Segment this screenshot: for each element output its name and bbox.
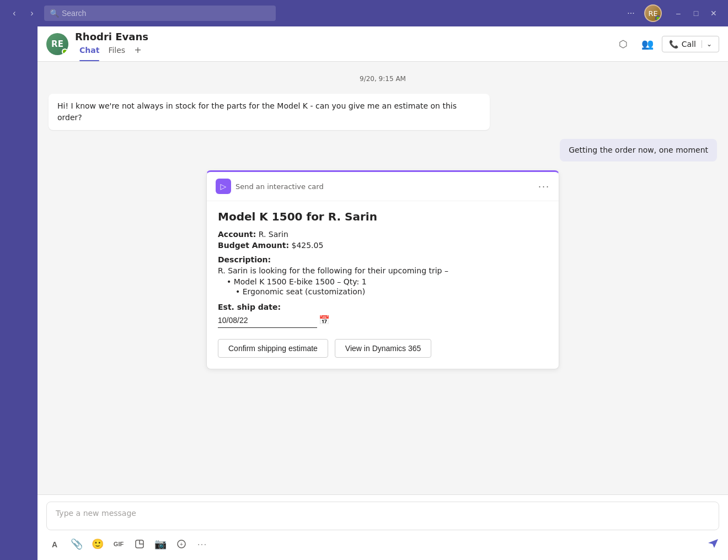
chat-tabs: Chat Files +: [75, 44, 613, 57]
message-sent-wrapper: Getting the order now, one moment: [49, 139, 717, 161]
message-timestamp: 9/20, 9:15 AM: [49, 75, 717, 83]
svg-text:A: A: [52, 540, 57, 549]
format-text-button[interactable]: A: [46, 535, 65, 553]
message-input-box[interactable]: Type a new message: [46, 502, 719, 530]
window-controls: – □ ✕: [671, 6, 721, 21]
screen-share-button[interactable]: ⬡: [613, 34, 633, 54]
chat-header: RE Rhodri Evans Chat Files + ⬡ 👥 📞 Call …: [38, 26, 728, 62]
add-people-button[interactable]: 👥: [638, 34, 657, 54]
sidebar: [0, 26, 38, 560]
gif-button[interactable]: GIF: [109, 535, 128, 553]
view-dynamics-button[interactable]: View in Dynamics 365: [335, 339, 431, 358]
call-dropdown-icon[interactable]: ⌄: [702, 40, 712, 48]
user-avatar: RE: [46, 33, 68, 55]
interactive-card: ▷ Send an interactive card ··· Model K 1…: [206, 170, 559, 369]
message-sent: Getting the order now, one moment: [560, 139, 717, 161]
header-actions: ⬡ 👥 📞 Call ⌄: [613, 34, 719, 54]
card-header-title: Send an interactive card: [235, 182, 324, 191]
message-toolbar: A 📎 🙂 GIF 📷 +: [46, 535, 719, 553]
chat-messages: 9/20, 9:15 AM Hi! I know we're not alway…: [38, 62, 728, 494]
call-label: Call: [682, 40, 696, 49]
search-input[interactable]: [44, 6, 276, 21]
tab-chat[interactable]: Chat: [75, 44, 104, 57]
card-date-input[interactable]: [218, 316, 314, 325]
search-wrapper: 🔍: [44, 6, 276, 21]
more-options-button[interactable]: ···: [622, 4, 640, 22]
minimize-button[interactable]: –: [671, 6, 686, 21]
loop-icon: +: [176, 539, 186, 549]
tab-files[interactable]: Files: [104, 44, 130, 57]
online-indicator: [655, 15, 661, 21]
chat-user-info: Rhodri Evans Chat Files +: [75, 31, 613, 57]
card-wrapper: ▷ Send an interactive card ··· Model K 1…: [206, 170, 559, 369]
plugin-icon-symbol: ▷: [221, 182, 227, 191]
phone-icon: 📞: [669, 40, 678, 49]
emoji-button[interactable]: 🙂: [88, 535, 107, 553]
forward-button[interactable]: ›: [24, 6, 40, 21]
message-received: Hi! I know we're not always in stock for…: [49, 94, 490, 130]
more-toolbar-button[interactable]: ···: [193, 535, 212, 553]
card-date-input-wrapper: 📅: [218, 315, 317, 328]
search-icon: 🔍: [50, 9, 59, 18]
card-account: Account: R. Sarin: [218, 230, 548, 239]
app-body: RE Rhodri Evans Chat Files + ⬡ 👥 📞 Call …: [0, 26, 728, 560]
format-icon: A: [51, 539, 61, 549]
send-icon: [707, 537, 719, 549]
card-desc-label: Description:: [218, 255, 548, 264]
user-avatar-tb[interactable]: RE: [644, 4, 662, 22]
message-placeholder: Type a new message: [56, 509, 136, 518]
sticker-icon: [135, 539, 144, 549]
calendar-icon[interactable]: 📅: [319, 315, 330, 325]
card-more-button[interactable]: ···: [538, 181, 550, 192]
meet-button[interactable]: 📷: [151, 535, 170, 553]
avatar-online-dot: [62, 49, 68, 55]
card-title: Model K 1500 for R. Sarin: [218, 210, 548, 223]
back-button[interactable]: ‹: [7, 6, 22, 21]
call-button[interactable]: 📞 Call ⌄: [662, 36, 719, 52]
message-input-area: Type a new message A 📎 🙂 GIF 📷: [38, 494, 728, 560]
maximize-button[interactable]: □: [688, 6, 704, 21]
card-header: ▷ Send an interactive card ···: [207, 172, 559, 201]
card-body: Model K 1500 for R. Sarin Account: R. Sa…: [207, 201, 559, 369]
chat-user-name: Rhodri Evans: [75, 31, 613, 42]
title-bar: ‹ › 🔍 ··· RE – □ ✕: [0, 0, 728, 26]
card-budget: Budget Amount: $425.05: [218, 241, 548, 250]
card-bullet-2: • Ergonomic seat (customization): [218, 287, 548, 296]
card-bullet-1: • Model K 1500 E-bike 1500 – Qty: 1: [218, 277, 548, 286]
close-button[interactable]: ✕: [706, 6, 721, 21]
tab-add-button[interactable]: +: [130, 44, 146, 57]
content-area: RE Rhodri Evans Chat Files + ⬡ 👥 📞 Call …: [38, 26, 728, 560]
svg-text:+: +: [180, 541, 183, 547]
sticker-button[interactable]: [130, 535, 149, 553]
loop-button[interactable]: +: [172, 535, 191, 553]
confirm-shipping-button[interactable]: Confirm shipping estimate: [218, 339, 328, 358]
card-header-left: ▷ Send an interactive card: [216, 179, 324, 194]
card-actions: Confirm shipping estimate View in Dynami…: [218, 339, 548, 358]
send-button[interactable]: [707, 537, 719, 552]
card-desc-text: R. Sarin is looking for the following fo…: [218, 266, 548, 275]
attach-button[interactable]: 📎: [67, 535, 86, 553]
nav-buttons: ‹ ›: [7, 6, 40, 21]
title-bar-actions: ··· RE – □ ✕: [622, 4, 721, 22]
plugin-icon: ▷: [216, 179, 231, 194]
card-date-label: Est. ship date:: [218, 303, 548, 311]
